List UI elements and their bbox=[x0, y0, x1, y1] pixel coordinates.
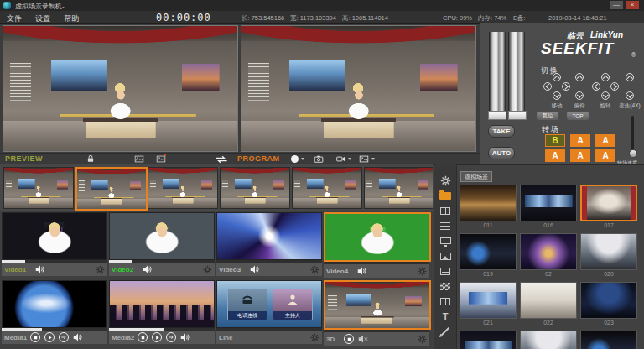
scene3d-speaker-mute-icon[interactable] bbox=[358, 334, 368, 344]
gallery-item-020[interactable] bbox=[580, 233, 637, 270]
media2-stop-button[interactable] bbox=[138, 332, 148, 342]
gallery-item-022[interactable] bbox=[520, 282, 577, 319]
media1-thumbnail[interactable] bbox=[2, 280, 107, 328]
record-options-caret[interactable] bbox=[301, 158, 304, 160]
gallery-item-011[interactable] bbox=[460, 185, 517, 221]
camcorder-options-caret[interactable] bbox=[348, 158, 351, 160]
scene-folder-icon[interactable] bbox=[439, 190, 452, 201]
video3-settings-gear-icon[interactable] bbox=[310, 265, 319, 274]
tbar-right[interactable] bbox=[508, 32, 525, 111]
media2-play-button[interactable] bbox=[152, 332, 162, 342]
video4-speaker-icon[interactable] bbox=[357, 266, 367, 276]
transition-speed-knob[interactable] bbox=[629, 149, 637, 158]
video3-thumbnail[interactable] bbox=[216, 212, 322, 260]
host-button[interactable]: 主持人 bbox=[273, 289, 313, 320]
transition-checker-icon[interactable] bbox=[439, 280, 452, 292]
transition-speed-slider[interactable] bbox=[631, 116, 634, 153]
video2-thumbnail[interactable] bbox=[109, 212, 215, 260]
scene-preset-2-selected[interactable] bbox=[75, 167, 148, 211]
image-media-icon[interactable] bbox=[439, 250, 452, 262]
video1-thumbnail[interactable] bbox=[2, 212, 107, 260]
pad-tilt-up[interactable] bbox=[575, 73, 584, 81]
gallery-tab-virtual-scene[interactable]: 虚拟场景 bbox=[460, 171, 492, 182]
menu-settings[interactable]: 设置 bbox=[35, 13, 50, 24]
gallery-item-023[interactable] bbox=[580, 282, 637, 319]
gallery-item-019[interactable] bbox=[460, 233, 517, 270]
pad-zoom-out[interactable] bbox=[626, 91, 634, 100]
line-thumbnail[interactable]: 电话连线 主持人 bbox=[216, 280, 322, 328]
pad-rotate-down[interactable] bbox=[601, 91, 610, 100]
pad-tilt-down[interactable] bbox=[575, 91, 584, 100]
subtitle-text-icon[interactable]: T bbox=[439, 310, 452, 322]
media1-next-button[interactable] bbox=[59, 332, 69, 342]
transition-tile-2[interactable]: A bbox=[570, 134, 590, 147]
video2-settings-gear-icon[interactable] bbox=[203, 265, 212, 274]
gallery-item-016[interactable] bbox=[520, 185, 577, 221]
pad-move-up[interactable] bbox=[553, 73, 561, 81]
video1-settings-gear-icon[interactable] bbox=[96, 265, 105, 274]
pad-move-left[interactable] bbox=[543, 82, 552, 91]
transition-tile-4[interactable]: A bbox=[545, 149, 565, 162]
gallery-item-row4-3[interactable] bbox=[580, 331, 637, 349]
close-button[interactable]: × bbox=[626, 1, 639, 9]
video3-speaker-icon[interactable] bbox=[250, 264, 260, 274]
pad-move-right[interactable] bbox=[562, 82, 570, 91]
video1-speaker-icon[interactable] bbox=[35, 264, 45, 274]
monitor-icon[interactable] bbox=[439, 235, 452, 247]
tbar-left-handle[interactable] bbox=[488, 111, 506, 120]
auto-button[interactable]: AUTO bbox=[488, 147, 515, 159]
snapshot-camera-icon[interactable] bbox=[314, 154, 324, 164]
video4-thumbnail-selected[interactable] bbox=[324, 212, 431, 262]
pad-zoom-in[interactable] bbox=[626, 73, 634, 81]
camcorder-icon[interactable] bbox=[335, 154, 346, 164]
pad-rotate-left[interactable] bbox=[592, 82, 600, 91]
media2-thumbnail[interactable] bbox=[109, 280, 215, 328]
lock-icon[interactable] bbox=[86, 154, 95, 163]
transition-tile-1[interactable]: B bbox=[545, 134, 565, 147]
menu-file[interactable]: 文件 bbox=[7, 13, 22, 24]
scene-preset-6[interactable] bbox=[364, 167, 434, 209]
menu-help[interactable]: 帮助 bbox=[64, 13, 79, 24]
scene-preset-4[interactable] bbox=[220, 167, 290, 209]
record-button[interactable] bbox=[291, 155, 299, 163]
reset-button[interactable]: 复位 bbox=[537, 112, 558, 120]
scene3d-thumbnail-selected[interactable] bbox=[324, 280, 431, 330]
line-settings-gear-icon[interactable] bbox=[310, 333, 319, 342]
video2-speaker-icon[interactable] bbox=[143, 264, 153, 274]
tbar-right-handle[interactable] bbox=[508, 111, 527, 120]
pad-rotate-up[interactable] bbox=[601, 73, 610, 81]
scene-preset-5[interactable] bbox=[292, 167, 362, 209]
playlist-icon[interactable] bbox=[439, 220, 452, 232]
media2-next-button[interactable] bbox=[166, 332, 176, 342]
media2-speaker-icon[interactable] bbox=[180, 332, 190, 342]
draw-pen-icon[interactable] bbox=[439, 326, 452, 337]
media1-stop-button[interactable] bbox=[30, 332, 40, 342]
gallery-item-021[interactable] bbox=[460, 282, 517, 319]
transition-tile-6[interactable]: A bbox=[595, 149, 615, 162]
gallery-item-02[interactable] bbox=[520, 233, 577, 270]
scene3d-stop-button[interactable] bbox=[344, 334, 354, 344]
image-options-caret[interactable] bbox=[371, 158, 375, 160]
scene-preset-1[interactable] bbox=[3, 167, 74, 209]
media1-play-button[interactable] bbox=[44, 332, 55, 342]
display-icon[interactable] bbox=[439, 265, 452, 277]
still-image-icon[interactable] bbox=[359, 154, 369, 164]
settings-gear-icon[interactable] bbox=[439, 174, 452, 186]
pad-move-down[interactable] bbox=[553, 91, 561, 100]
split-screen-icon[interactable] bbox=[439, 295, 452, 307]
overlay-image-icon[interactable] bbox=[134, 154, 144, 164]
swap-preview-program-icon[interactable] bbox=[213, 155, 230, 164]
scene-preset-3[interactable] bbox=[148, 167, 218, 209]
tbar-left[interactable] bbox=[489, 32, 506, 111]
phone-connect-button[interactable]: 电话连线 bbox=[227, 289, 267, 320]
pad-rotate-right[interactable] bbox=[610, 82, 619, 91]
camera-grid-icon[interactable] bbox=[439, 205, 452, 216]
take-button[interactable]: TAKE bbox=[488, 125, 515, 138]
video4-settings-gear-icon[interactable] bbox=[418, 267, 427, 276]
transition-tile-5[interactable]: A bbox=[570, 149, 590, 162]
top-button[interactable]: TOP bbox=[567, 112, 589, 120]
gallery-item-row4-2[interactable] bbox=[520, 331, 577, 349]
gallery-item-row4-1[interactable] bbox=[460, 331, 517, 349]
gallery-item-017-selected[interactable] bbox=[580, 185, 637, 221]
scene3d-settings-gear-icon[interactable] bbox=[418, 335, 427, 344]
